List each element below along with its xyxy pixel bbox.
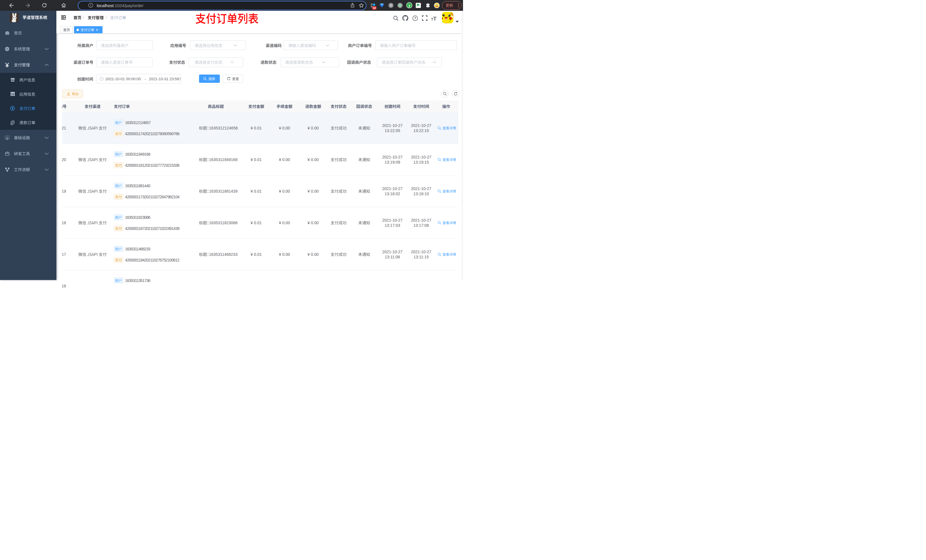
svg-text:¥: ¥ xyxy=(12,107,14,110)
svg-text:?: ? xyxy=(414,17,416,20)
svg-text:⌘: ⌘ xyxy=(390,4,393,7)
svg-text:y: y xyxy=(409,3,410,8)
